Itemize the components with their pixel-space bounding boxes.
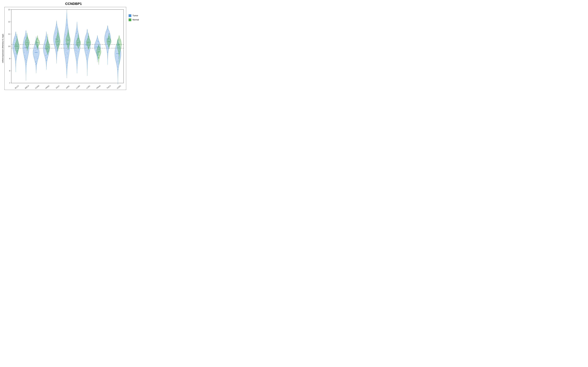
svg-rect-185: [35, 51, 35, 51]
svg-rect-270: [46, 60, 46, 60]
svg-rect-198: [36, 57, 36, 57]
svg-rect-77: [17, 46, 18, 46]
svg-rect-360: [59, 44, 59, 45]
svg-rect-595: [88, 48, 88, 48]
svg-rect-493: [79, 41, 79, 42]
svg-rect-373: [59, 39, 59, 39]
svg-rect-268: [47, 54, 47, 54]
svg-rect-151: [27, 41, 27, 41]
svg-rect-524: [78, 38, 78, 39]
svg-rect-419: [68, 36, 68, 37]
svg-rect-799: [119, 51, 119, 52]
svg-rect-110: [26, 65, 26, 65]
svg-rect-635: [98, 42, 99, 42]
svg-rect-449: [69, 39, 69, 40]
svg-rect-806: [119, 47, 119, 47]
svg-rect-480: [78, 52, 78, 52]
svg-rect-397: [67, 63, 67, 64]
svg-rect-120: [27, 58, 27, 58]
svg-rect-472: [78, 51, 79, 52]
svg-rect-25: [15, 37, 15, 37]
svg-rect-285: [47, 42, 48, 42]
svg-rect-485: [77, 31, 77, 32]
svg-rect-580: [88, 37, 89, 37]
svg-rect-415: [67, 54, 68, 54]
svg-rect-417: [67, 25, 67, 26]
svg-rect-39: [14, 39, 14, 39]
svg-rect-577: [90, 42, 90, 42]
svg-rect-608: [98, 45, 98, 46]
svg-rect-103: [24, 52, 25, 53]
svg-rect-813: [119, 39, 119, 39]
svg-rect-380: [57, 35, 57, 36]
svg-rect-553: [88, 51, 88, 52]
svg-rect-691: [107, 29, 108, 30]
svg-rect-170: [35, 58, 35, 58]
legend: Tumor Normal: [126, 7, 146, 90]
svg-rect-497: [79, 41, 79, 41]
svg-rect-742: [109, 38, 109, 38]
svg-rect-152: [27, 39, 27, 39]
svg-rect-422: [69, 44, 69, 44]
svg-rect-444: [69, 35, 69, 36]
svg-rect-776: [119, 62, 119, 62]
svg-rect-86: [17, 53, 17, 53]
svg-rect-503: [78, 37, 79, 38]
svg-rect-590: [89, 48, 89, 48]
svg-rect-744: [109, 45, 109, 46]
svg-rect-779: [116, 56, 117, 57]
svg-rect-306: [48, 42, 49, 42]
svg-rect-452: [69, 37, 69, 38]
svg-rect-653: [100, 52, 100, 52]
svg-rect-100: [25, 46, 25, 47]
svg-rect-234: [38, 45, 38, 45]
svg-rect-279: [48, 45, 49, 45]
svg-rect-376: [58, 46, 58, 46]
svg-rect-366: [58, 37, 58, 38]
svg-rect-634: [96, 40, 97, 41]
svg-rect-324: [55, 47, 56, 48]
svg-rect-347: [58, 49, 58, 50]
svg-rect-84: [17, 51, 17, 51]
svg-rect-792: [118, 43, 119, 44]
svg-rect-20: [14, 45, 15, 45]
svg-rect-685: [107, 37, 107, 37]
svg-rect-233: [37, 39, 37, 39]
svg-rect-132: [28, 41, 28, 41]
svg-rect-206: [37, 42, 37, 43]
svg-rect-432: [68, 46, 69, 47]
svg-rect-119: [25, 55, 25, 56]
svg-rect-228: [37, 39, 37, 40]
svg-rect-58: [17, 43, 17, 43]
svg-text:9: 9: [9, 58, 10, 59]
svg-rect-435: [69, 39, 69, 39]
svg-rect-362: [58, 34, 58, 35]
svg-rect-291: [48, 52, 48, 52]
svg-rect-515: [79, 45, 79, 46]
legend-box-tumor: [129, 14, 131, 17]
svg-rect-34: [16, 59, 16, 59]
svg-rect-677: [106, 44, 106, 44]
svg-rect-410: [67, 66, 67, 66]
svg-rect-278: [46, 45, 46, 45]
svg-rect-551: [87, 50, 87, 50]
svg-rect-594: [87, 42, 87, 42]
svg-rect-586: [87, 43, 88, 43]
svg-rect-569: [89, 45, 90, 46]
svg-rect-283: [48, 51, 49, 51]
svg-rect-302: [48, 49, 49, 50]
svg-rect-791: [120, 47, 120, 47]
svg-rect-205: [38, 46, 38, 46]
svg-rect-303: [46, 45, 47, 45]
svg-rect-156: [27, 37, 28, 38]
svg-rect-83: [17, 40, 17, 40]
svg-rect-191: [37, 58, 37, 59]
svg-rect-184: [35, 47, 35, 48]
svg-rect-666: [98, 57, 99, 57]
svg-rect-179: [36, 63, 37, 64]
svg-rect-176: [36, 61, 36, 61]
svg-rect-645: [99, 57, 99, 57]
svg-rect-262: [46, 40, 47, 40]
svg-rect-783: [118, 40, 118, 41]
svg-rect-679: [106, 32, 107, 32]
